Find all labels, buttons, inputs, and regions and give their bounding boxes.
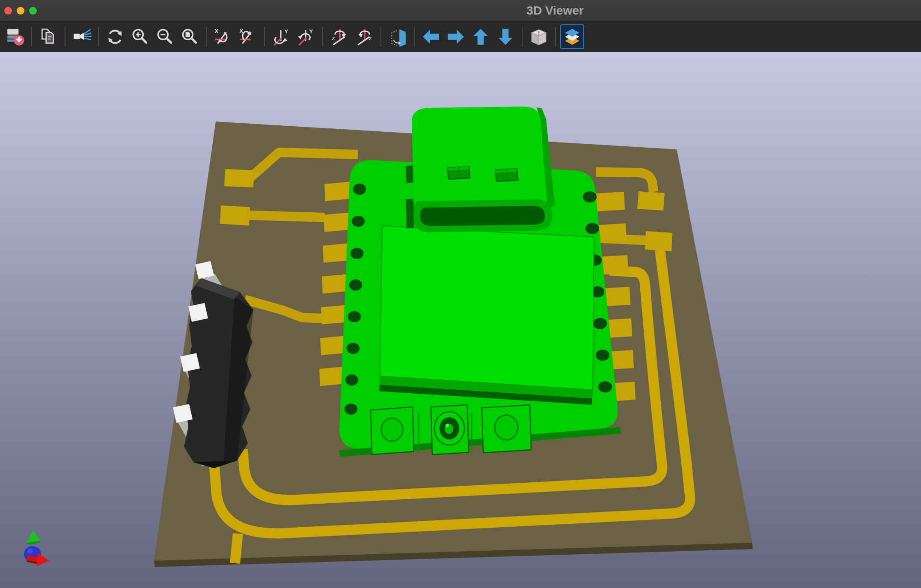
copy-icon: [39, 27, 58, 47]
show-layers-button[interactable]: [560, 24, 584, 49]
toolbar-separator: [522, 27, 523, 47]
viewport-3d[interactable]: [0, 52, 921, 588]
move-left-button[interactable]: [419, 24, 443, 49]
toolbar-separator: [206, 27, 207, 47]
zoom-fit-icon: [180, 27, 199, 47]
toolbar-separator: [414, 27, 415, 47]
svg-text:Z: Z: [368, 36, 371, 41]
zoom-in-button[interactable]: [128, 24, 152, 49]
arrow-right-icon: [446, 27, 466, 47]
layers-icon: [562, 27, 582, 47]
rotate-z-ccw-icon: Z: [354, 27, 374, 47]
svg-text:Z: Z: [332, 36, 335, 41]
reload-board-button[interactable]: [3, 24, 27, 49]
svg-text:X: X: [239, 27, 243, 34]
toolbar-separator: [65, 27, 65, 47]
toolbar-separator: [555, 27, 556, 47]
axis-indicator: [24, 530, 49, 566]
rotate-z-counterclockwise-button[interactable]: Z: [352, 24, 376, 49]
rotate-y-counterclockwise-button[interactable]: Y: [294, 24, 318, 49]
redraw-button[interactable]: [103, 24, 127, 49]
rotate-y-cw-icon: Y: [271, 27, 291, 47]
rotate-z-clockwise-button[interactable]: Z: [327, 24, 351, 49]
render-camera-icon: [72, 27, 92, 47]
copy-image-button[interactable]: [36, 24, 60, 49]
svg-text:Y: Y: [309, 28, 313, 34]
arrow-left-icon: [421, 27, 441, 47]
rf-shield: [379, 226, 594, 405]
toolbar-separator: [380, 27, 381, 47]
zoom-button[interactable]: [29, 7, 37, 15]
module-buttons: [371, 405, 531, 454]
svg-text:X: X: [214, 27, 218, 34]
rotate-x-cw-icon: X: [213, 27, 233, 47]
usb-connector: [406, 107, 555, 232]
arrow-up-icon: [471, 27, 490, 47]
axis-y-arrow: [26, 530, 40, 545]
flip-board-icon: [388, 27, 407, 47]
flip-board-button[interactable]: [386, 24, 410, 49]
scene-3d: [0, 52, 921, 588]
zoom-to-fit-button[interactable]: [178, 24, 202, 49]
toolbar-separator: [322, 27, 323, 47]
toolbar-separator: [264, 27, 265, 47]
zoom-out-icon: [155, 27, 175, 47]
window-title: 3D Viewer: [526, 0, 583, 21]
move-up-button[interactable]: [469, 24, 493, 49]
traffic-lights: [4, 7, 37, 15]
render-current-view-button[interactable]: [70, 24, 94, 49]
zoom-in-icon: [130, 27, 150, 47]
rotate-y-ccw-icon: Y: [296, 27, 316, 47]
toolbar: X X Y: [0, 21, 921, 52]
rotate-y-clockwise-button[interactable]: Y: [269, 24, 293, 49]
zoom-out-button[interactable]: [153, 24, 177, 49]
rotate-x-clockwise-button[interactable]: X: [211, 24, 235, 49]
toolbar-separator: [98, 27, 99, 47]
rotate-z-cw-icon: Z: [330, 27, 349, 47]
rotate-x-counterclockwise-button[interactable]: X: [236, 24, 260, 49]
move-right-button[interactable]: [444, 24, 468, 49]
rotate-x-ccw-icon: X: [238, 27, 258, 47]
minimize-button[interactable]: [17, 7, 24, 15]
ortho-cube-icon: [529, 27, 549, 47]
move-down-button[interactable]: [493, 24, 517, 49]
orthographic-projection-button[interactable]: [527, 24, 551, 49]
refresh-icon: [105, 27, 125, 47]
arrow-down-icon: [496, 27, 515, 47]
close-button[interactable]: [4, 7, 12, 15]
svg-text:Y: Y: [284, 28, 288, 34]
3d-viewer-window: 3D Viewer: [0, 0, 921, 588]
reload-board-icon: [5, 27, 25, 47]
titlebar: 3D Viewer: [0, 0, 921, 21]
toolbar-separator: [31, 27, 32, 47]
